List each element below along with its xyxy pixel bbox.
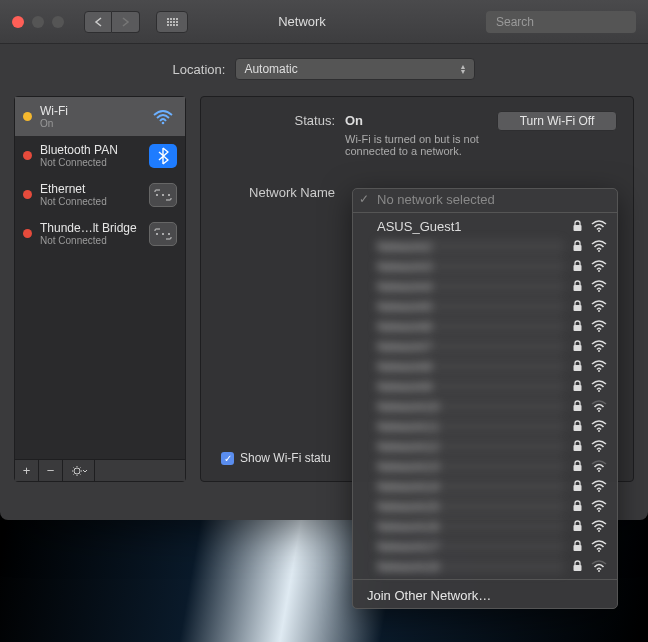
network-ssid: Network6 (377, 319, 564, 334)
network-item[interactable]: Network14 (353, 476, 617, 496)
bt-icon (149, 144, 177, 168)
svg-point-35 (598, 390, 600, 392)
svg-rect-34 (574, 385, 582, 391)
network-item[interactable]: Network11 (353, 416, 617, 436)
interface-name: Bluetooth PAN (40, 143, 141, 157)
dropdown-header-label: No network selected (377, 192, 607, 207)
svg-point-19 (598, 230, 600, 232)
wifi-signal-icon (591, 400, 607, 412)
close-window-button[interactable] (12, 16, 24, 28)
status-description: Wi-Fi is turned on but is not connected … (345, 133, 487, 157)
network-item[interactable]: Network18 (353, 556, 617, 576)
network-item[interactable]: Network2 (353, 236, 617, 256)
network-item[interactable]: Network8 (353, 356, 617, 376)
svg-rect-30 (574, 345, 582, 351)
interfaces-sidebar: Wi-FiOnBluetooth PANNot ConnectedEtherne… (14, 96, 186, 482)
network-item[interactable]: Network15 (353, 496, 617, 516)
wifi-signal-icon (591, 320, 607, 332)
search-field[interactable] (486, 11, 636, 33)
location-popup[interactable]: Automatic ▲▼ (235, 58, 475, 80)
svg-rect-20 (574, 245, 582, 251)
network-item[interactable]: Network17 (353, 536, 617, 556)
interface-item-wifi[interactable]: Wi-FiOn (15, 97, 185, 136)
search-input[interactable] (496, 15, 646, 29)
interface-item-eth[interactable]: EthernetNot Connected (15, 175, 185, 214)
lock-icon (572, 260, 583, 272)
network-ssid: Network7 (377, 339, 564, 354)
network-item[interactable]: Network7 (353, 336, 617, 356)
network-ssid: Network15 (377, 499, 564, 514)
wifi-signal-icon (591, 420, 607, 432)
add-interface-button[interactable]: + (15, 460, 39, 481)
status-dot (23, 190, 32, 199)
wifi-signal-icon (591, 300, 607, 312)
svg-rect-40 (574, 445, 582, 451)
svg-point-4 (162, 194, 164, 196)
show-wifi-checkbox[interactable]: ✓ Show Wi-Fi statu (221, 451, 331, 465)
status-dot (23, 229, 32, 238)
network-item[interactable]: Network3 (353, 256, 617, 276)
lock-icon (572, 380, 583, 392)
zoom-window-button[interactable] (52, 16, 64, 28)
network-item[interactable]: Network5 (353, 296, 617, 316)
lock-icon (572, 220, 583, 232)
lock-icon (572, 560, 583, 572)
back-button[interactable] (84, 11, 112, 33)
network-ssid: Network17 (377, 539, 564, 554)
network-item[interactable]: Network12 (353, 436, 617, 456)
interface-item-tb[interactable]: Thunde…lt BridgeNot Connected (15, 214, 185, 253)
svg-rect-32 (574, 365, 582, 371)
network-item[interactable]: Network10 (353, 396, 617, 416)
svg-point-43 (598, 470, 600, 472)
interface-list: Wi-FiOnBluetooth PANNot ConnectedEtherne… (15, 97, 185, 459)
svg-point-9 (74, 468, 80, 474)
wifi-toggle-button[interactable]: Turn Wi-Fi Off (497, 111, 617, 131)
window-controls (12, 16, 64, 28)
checkmark-icon: ✓ (359, 192, 369, 206)
network-item[interactable]: Network4 (353, 276, 617, 296)
popup-arrows-icon: ▲▼ (459, 64, 466, 74)
tb-icon (149, 222, 177, 246)
wifi-signal-icon (591, 560, 607, 572)
interface-info: Thunde…lt BridgeNot Connected (40, 221, 141, 246)
lock-icon (572, 480, 583, 492)
wifi-signal-icon (591, 360, 607, 372)
svg-point-21 (598, 250, 600, 252)
svg-line-16 (73, 473, 74, 474)
wifi-signal-icon (591, 440, 607, 452)
network-item[interactable]: Network13 (353, 456, 617, 476)
wifi-signal-icon (591, 240, 607, 252)
status-dot (23, 151, 32, 160)
join-other-network[interactable]: Join Other Network… (353, 583, 617, 608)
lock-icon (572, 420, 583, 432)
network-item[interactable]: Network9 (353, 376, 617, 396)
network-item[interactable]: ASUS_Guest1 (353, 216, 617, 236)
wifi-signal-icon (591, 380, 607, 392)
interface-status: On (40, 118, 141, 129)
dropdown-header[interactable]: ✓ No network selected (353, 189, 617, 209)
show-wifi-label: Show Wi-Fi statu (240, 451, 331, 465)
network-name-label: Network Name (217, 183, 335, 200)
eth-icon (149, 183, 177, 207)
network-item[interactable]: Network16 (353, 516, 617, 536)
wifi-signal-icon (591, 340, 607, 352)
svg-rect-38 (574, 425, 582, 431)
svg-point-31 (598, 350, 600, 352)
interface-status: Not Connected (40, 235, 141, 246)
wifi-icon (149, 105, 177, 129)
svg-rect-52 (574, 565, 582, 571)
lock-icon (572, 460, 583, 472)
minimize-window-button[interactable] (32, 16, 44, 28)
svg-point-3 (156, 194, 158, 196)
network-item[interactable]: Network6 (353, 316, 617, 336)
remove-interface-button[interactable]: − (39, 460, 63, 481)
network-ssid: ASUS_Guest1 (377, 219, 564, 234)
interface-actions-button[interactable] (63, 460, 95, 481)
interface-info: Wi-FiOn (40, 104, 141, 129)
interface-item-bt[interactable]: Bluetooth PANNot Connected (15, 136, 185, 175)
svg-rect-46 (574, 505, 582, 511)
wifi-signal-icon (591, 500, 607, 512)
network-ssid: Network5 (377, 299, 564, 314)
svg-point-37 (598, 410, 600, 412)
svg-line-15 (79, 473, 80, 474)
